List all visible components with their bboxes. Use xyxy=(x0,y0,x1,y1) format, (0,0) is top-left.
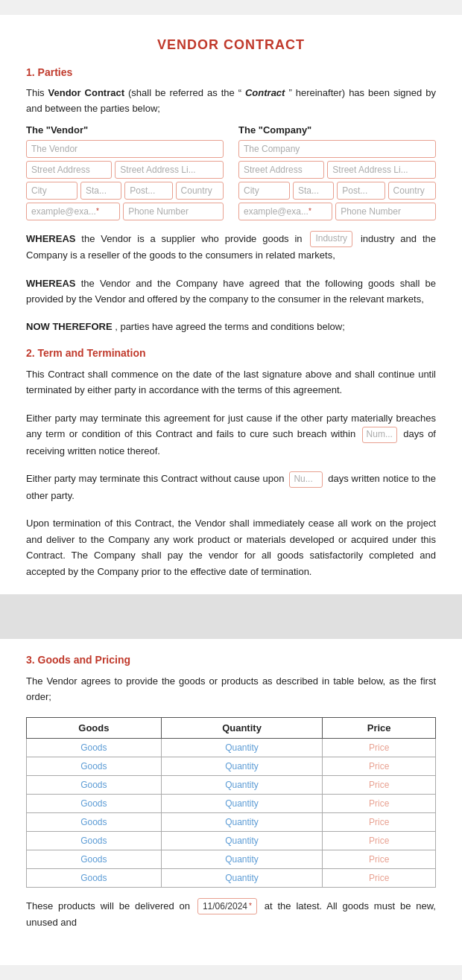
whereas1-bold: WHEREAS xyxy=(26,233,75,244)
price-cell[interactable]: Price xyxy=(323,812,436,831)
quantity-cell[interactable]: Quantity xyxy=(161,850,323,868)
price-cell[interactable]: Price xyxy=(323,775,436,794)
vendor-street-address-line2-input[interactable]: Street Address Li... xyxy=(115,161,224,179)
price-cell[interactable]: Price xyxy=(323,868,436,887)
delivery-date-input[interactable]: 11/06/2024 * xyxy=(197,898,257,914)
quantity-cell[interactable]: Quantity xyxy=(161,775,323,794)
intro-paragraph: This Vendor Contract (shall be referred … xyxy=(26,86,436,117)
price-cell[interactable]: Price xyxy=(323,738,436,757)
goods-cell[interactable]: Goods xyxy=(27,812,162,831)
goods-table: Goods Quantity Price GoodsQuantityPriceG… xyxy=(26,717,436,888)
vendor-street-address-input[interactable]: Street Address xyxy=(26,161,112,179)
section2-para2: Either party may terminate this agreemen… xyxy=(26,410,436,459)
vendor-phone-input[interactable]: Phone Number xyxy=(123,203,224,220)
goods-cell[interactable]: Goods xyxy=(27,850,162,868)
section2-para3: Either party may terminate this Contract… xyxy=(26,471,436,503)
vendor-block: The "Vendor" The Vendor Street Address S… xyxy=(26,124,224,223)
company-state-input[interactable]: Sta... xyxy=(293,182,334,200)
company-street-address-input[interactable]: Street Address xyxy=(238,161,324,179)
goods-cell[interactable]: Goods xyxy=(27,775,162,794)
contract-italic: Contract xyxy=(245,87,285,98)
table-row: GoodsQuantityPrice xyxy=(27,775,436,794)
notice-days-input[interactable]: Nu... xyxy=(289,471,323,488)
vendor-name-input[interactable]: The Vendor xyxy=(26,140,224,158)
quantity-cell[interactable]: Quantity xyxy=(161,868,323,887)
company-phone-input[interactable]: Phone Number xyxy=(335,203,436,220)
table-header-goods: Goods xyxy=(27,717,162,738)
goods-cell[interactable]: Goods xyxy=(27,831,162,850)
vendor-address-row1: Street Address Street Address Li... xyxy=(26,161,224,179)
section3-heading: 3. Goods and Pricing xyxy=(26,654,436,666)
delivery-paragraph: These products will be delivered on 11/0… xyxy=(26,898,436,931)
goods-cell[interactable]: Goods xyxy=(27,738,162,757)
price-cell[interactable]: Price xyxy=(323,757,436,775)
company-city-input[interactable]: City xyxy=(238,182,290,200)
whereas2-rest: the Vendor and the Company have agreed t… xyxy=(26,278,436,305)
table-row: GoodsQuantityPrice xyxy=(27,738,436,757)
quantity-cell[interactable]: Quantity xyxy=(161,757,323,775)
vendor-state-input[interactable]: Sta... xyxy=(80,182,121,200)
company-address-row1: Street Address Street Address Li... xyxy=(238,161,436,179)
quantity-cell[interactable]: Quantity xyxy=(161,794,323,812)
date-required-star: * xyxy=(249,900,252,913)
document-title: VENDOR CONTRACT xyxy=(26,37,436,53)
vendor-country-input[interactable]: Country xyxy=(176,182,224,200)
table-row: GoodsQuantityPrice xyxy=(27,794,436,812)
company-name-input[interactable]: The Company xyxy=(238,140,436,158)
section2-para4: Upon termination of this Contract, the V… xyxy=(26,515,436,579)
quantity-cell[interactable]: Quantity xyxy=(161,812,323,831)
section2-para1: This Contract shall commence on the date… xyxy=(26,366,436,398)
section3-intro: The Vendor agrees to provide the goods o… xyxy=(26,673,436,705)
company-address-row2: City Sta... Post... Country xyxy=(238,182,436,200)
vendor-contract-bold: Vendor Contract xyxy=(48,87,124,98)
goods-cell[interactable]: Goods xyxy=(27,757,162,775)
page-break xyxy=(0,594,462,639)
company-contact-row: example@exa... * Phone Number xyxy=(238,203,436,220)
company-label: The "Company" xyxy=(238,124,436,136)
price-cell[interactable]: Price xyxy=(323,831,436,850)
now-therefore-bold: NOW THEREFORE xyxy=(26,321,113,332)
table-header-price: Price xyxy=(323,717,436,738)
company-post-input[interactable]: Post... xyxy=(337,182,385,200)
table-row: GoodsQuantityPrice xyxy=(27,757,436,775)
vendor-email-input[interactable]: example@exa... * xyxy=(26,203,120,220)
vendor-post-input[interactable]: Post... xyxy=(124,182,172,200)
goods-cell[interactable]: Goods xyxy=(27,794,162,812)
quantity-cell[interactable]: Quantity xyxy=(161,831,323,850)
email-required-star: * xyxy=(96,207,99,215)
goods-cell[interactable]: Goods xyxy=(27,868,162,887)
company-street-address-line2-input[interactable]: Street Address Li... xyxy=(327,161,436,179)
whereas1-paragraph: WHEREAS the Vendor is a supplier who pro… xyxy=(26,231,436,264)
intro-text: This xyxy=(26,87,48,98)
table-header-row: Goods Quantity Price xyxy=(27,717,436,738)
whereas2-paragraph: WHEREAS the Vendor and the Company have … xyxy=(26,276,436,308)
price-cell[interactable]: Price xyxy=(323,850,436,868)
now-therefore-paragraph: NOW THEREFORE , parties have agreed the … xyxy=(26,319,436,334)
table-row: GoodsQuantityPrice xyxy=(27,850,436,868)
quantity-cell[interactable]: Quantity xyxy=(161,738,323,757)
now-therefore-rest: , parties have agreed the terms and cond… xyxy=(115,321,345,332)
whereas1-mid: the Vendor is a supplier who provide goo… xyxy=(81,233,308,244)
section1-heading: 1. Parties xyxy=(26,66,436,78)
intro-rest: (shall be referred as the “ xyxy=(128,87,241,98)
vendor-label: The "Vendor" xyxy=(26,124,224,136)
table-header-quantity: Quantity xyxy=(161,717,323,738)
table-row: GoodsQuantityPrice xyxy=(27,812,436,831)
document-page: VENDOR CONTRACT 1. Parties This Vendor C… xyxy=(0,15,462,965)
company-country-input[interactable]: Country xyxy=(388,182,436,200)
section2-para3-pre: Either party may terminate this Contract… xyxy=(26,473,287,484)
company-block: The "Company" The Company Street Address… xyxy=(238,124,436,223)
vendor-city-input[interactable]: City xyxy=(26,182,77,200)
delivery-pre: These products will be delivered on xyxy=(26,900,190,911)
table-row: GoodsQuantityPrice xyxy=(27,831,436,850)
company-email-input[interactable]: example@exa... * xyxy=(238,203,332,220)
price-cell[interactable]: Price xyxy=(323,794,436,812)
section2-heading: 2. Term and Termination xyxy=(26,347,436,359)
vendor-contact-row: example@exa... * Phone Number xyxy=(26,203,224,220)
table-row: GoodsQuantityPrice xyxy=(27,868,436,887)
vendor-address-row2: City Sta... Post... Country xyxy=(26,182,224,200)
company-email-required-star: * xyxy=(308,207,311,215)
industry-input[interactable]: Industry xyxy=(310,231,352,247)
whereas2-bold: WHEREAS xyxy=(26,278,75,289)
breach-days-input[interactable]: Num... xyxy=(362,427,397,443)
